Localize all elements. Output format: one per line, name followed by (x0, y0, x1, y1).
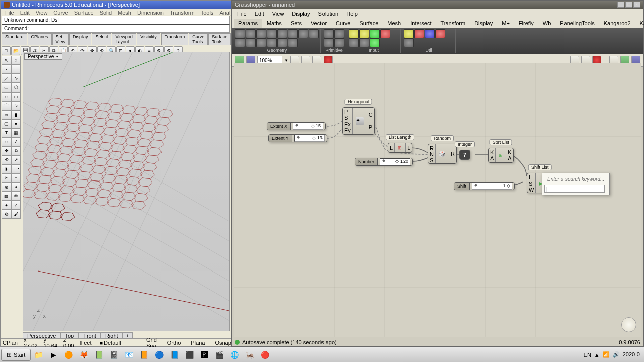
search-input[interactable] (544, 185, 605, 193)
task-excel-icon[interactable]: 📗 (92, 348, 106, 361)
geom-icon[interactable] (246, 38, 256, 47)
slider-value[interactable]: 1 ◇ (472, 183, 512, 190)
menu-view[interactable]: View (33, 10, 50, 15)
viewport-3d[interactable]: z x y (23, 52, 229, 331)
gh-canvas[interactable]: Extent X ◇ 15 Extent Y ◇ 13 Hexagonal P … (234, 63, 641, 337)
task-powerpoint-icon[interactable]: 📙 (137, 348, 151, 361)
viewport[interactable]: z x y Perspective (23, 52, 230, 331)
clock[interactable]: 2020-0 (623, 351, 640, 357)
component-hexagonal[interactable]: Hexagonal P S Ex Ey ✦ C P (342, 107, 375, 135)
geom-icon[interactable] (288, 29, 298, 38)
menu-mesh[interactable]: Mesh (115, 10, 134, 15)
polyline-icon[interactable]: ∿ (11, 74, 21, 83)
menu-file[interactable]: File (3, 10, 17, 15)
prim-icon[interactable] (324, 29, 334, 38)
menu-solid[interactable]: Solid (97, 10, 114, 15)
port-n[interactable]: N (430, 151, 434, 157)
geom-icon[interactable] (256, 29, 266, 38)
port-p[interactable]: P (369, 124, 373, 130)
port-a[interactable]: A (490, 155, 494, 161)
lang-indicator[interactable]: EN (584, 352, 591, 358)
task-photoshop-icon[interactable]: 🅿 (197, 348, 211, 361)
point-icon[interactable]: · (2, 65, 11, 74)
geom-icon[interactable] (235, 29, 245, 38)
gh-tab-sets[interactable]: Sets (286, 19, 306, 28)
rect-icon[interactable]: ▭ (2, 83, 11, 92)
array-icon[interactable]: ⋮⋮ (11, 164, 21, 173)
component-random[interactable]: Random R N S 🎲 R (428, 144, 457, 164)
start-button[interactable]: Start (1, 349, 31, 361)
port-l[interactable]: L (529, 174, 534, 180)
menu-edit[interactable]: Edit (18, 10, 32, 15)
task-app4-icon[interactable]: 🎬 (212, 348, 226, 361)
surface-icon[interactable]: ▱ (2, 110, 11, 119)
explode-icon[interactable]: ✦ (11, 183, 21, 192)
component-sort-list[interactable]: Sort List K A ⊞ K A (488, 148, 514, 163)
split-icon[interactable]: ÷ (11, 173, 21, 183)
task-explorer-icon[interactable]: 📁 (31, 348, 45, 361)
circle-icon[interactable]: ○ (2, 92, 11, 101)
port-ey[interactable]: Ey (344, 127, 351, 133)
port-r[interactable]: R (451, 151, 455, 157)
port-k[interactable]: K (490, 149, 494, 155)
command-input[interactable]: Command: (2, 24, 230, 33)
tab-transform[interactable]: Transform (161, 33, 189, 45)
scale-icon[interactable]: ⤢ (11, 155, 21, 164)
port-l[interactable]: L (390, 145, 393, 151)
port-r[interactable]: R (430, 145, 434, 151)
angle-icon[interactable]: ∠ (11, 137, 21, 146)
port-k[interactable]: K (508, 149, 511, 155)
snap-planar[interactable]: Plana (189, 340, 207, 346)
slider-shift[interactable]: Shift 1 ◇ (454, 182, 515, 190)
open-icon[interactable]: 📂 (11, 46, 20, 55)
task-firefox-icon[interactable]: 🦊 (76, 348, 91, 361)
menu-transform[interactable]: Transform (167, 10, 197, 15)
task-outlook-icon[interactable]: 📧 (122, 348, 136, 361)
slider-extent-y[interactable]: Extent Y ◇ 13 (268, 134, 327, 142)
slider-value[interactable]: ◇ 13 (294, 135, 325, 142)
menu-tools[interactable]: Tools (198, 10, 216, 15)
tab-display[interactable]: Display (69, 33, 92, 45)
task-app2-icon[interactable]: 🔵 (152, 348, 166, 361)
move2-icon[interactable]: ✥ (2, 146, 11, 155)
gh-tab-mesh[interactable]: Mesh (383, 19, 406, 28)
port-l[interactable]: L (407, 145, 410, 151)
gh-tab-transform[interactable]: Transform (436, 19, 470, 28)
prim-icon[interactable] (334, 29, 344, 38)
port-s[interactable]: S (430, 157, 434, 163)
rotate2-icon[interactable]: ⟲ (2, 155, 11, 164)
tab-curvetools[interactable]: Curve Tools (189, 33, 208, 45)
grid-icon[interactable]: ▦ (2, 192, 11, 201)
geom-icon[interactable] (267, 29, 277, 38)
port-ex[interactable]: Ex (344, 121, 351, 127)
gh-menu-edit[interactable]: Edit (251, 10, 268, 18)
gh-menu-file[interactable]: File (234, 10, 250, 18)
task-word-icon[interactable]: 📘 (167, 348, 181, 361)
menu-dimension[interactable]: Dimension (135, 10, 166, 15)
tab-surfacetools[interactable]: Surface Tools (208, 33, 231, 45)
paint-icon[interactable]: 🖌 (11, 210, 21, 219)
task-app-icon[interactable]: 🟠 (61, 348, 75, 361)
copy2-icon[interactable]: ⧉ (11, 146, 21, 155)
gh-tab-wb[interactable]: Wb (538, 19, 556, 28)
menu-curve[interactable]: Curve (51, 10, 70, 15)
prim-icon[interactable] (334, 38, 344, 47)
arc-icon[interactable]: ⌒ (2, 101, 11, 110)
gh-tab-vector[interactable]: Vector (306, 19, 331, 28)
box-icon[interactable]: ▢ (2, 119, 11, 128)
maximize-button[interactable]: □ (625, 2, 632, 8)
geom-icon[interactable] (267, 38, 277, 47)
gh-menu-help[interactable]: Help (343, 10, 361, 18)
canvas-compass[interactable] (621, 317, 636, 332)
port-c[interactable]: C (369, 112, 373, 118)
hatch-icon[interactable]: ▦ (11, 128, 21, 137)
input-icon[interactable] (349, 38, 359, 47)
input-icon[interactable] (349, 29, 359, 38)
close-button[interactable]: × (633, 2, 640, 8)
geom-icon[interactable] (277, 38, 287, 47)
tab-setview[interactable]: Set View (52, 33, 69, 45)
gh-tab-curve[interactable]: Curve (331, 19, 355, 28)
geom-icon[interactable] (288, 38, 298, 47)
port-a[interactable]: A (508, 155, 511, 161)
slider-value[interactable]: ◇ 120 (380, 158, 410, 165)
